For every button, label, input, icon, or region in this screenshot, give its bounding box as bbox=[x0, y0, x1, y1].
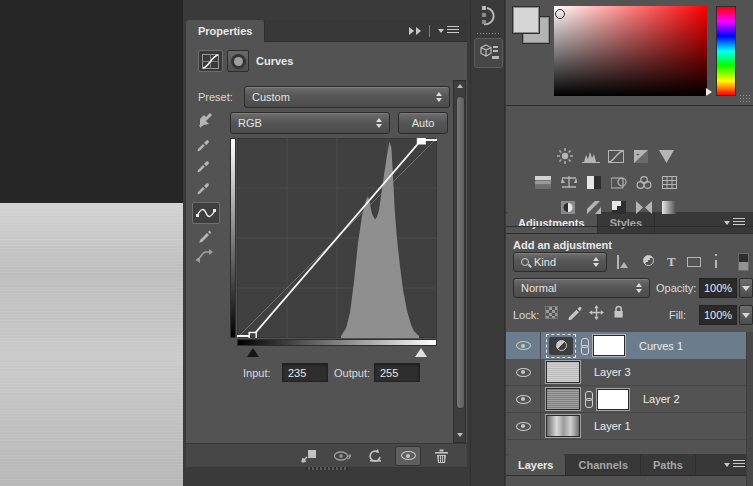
panel-drag-grip[interactable] bbox=[306, 467, 348, 470]
lock-all-icon[interactable] bbox=[613, 305, 624, 321]
adjustment-thumbnail-selection bbox=[546, 334, 576, 358]
output-value-field[interactable] bbox=[374, 363, 420, 382]
layer-mask-thumbnail[interactable] bbox=[593, 335, 625, 356]
levels-icon[interactable] bbox=[582, 149, 600, 163]
smooth-curve-icon[interactable] bbox=[194, 249, 214, 263]
opacity-dropdown-icon[interactable] bbox=[739, 278, 753, 298]
layer-thumbnail[interactable] bbox=[546, 388, 580, 410]
edit-points-tool-button[interactable] bbox=[192, 202, 220, 224]
posterize-icon[interactable] bbox=[585, 200, 603, 214]
curves-adjustment-icon[interactable] bbox=[198, 50, 223, 72]
threshold-icon[interactable] bbox=[610, 200, 628, 214]
3d-panel-icon[interactable] bbox=[474, 38, 503, 68]
selective-color-icon[interactable] bbox=[660, 200, 678, 214]
filter-smart-objects-icon[interactable] bbox=[715, 254, 717, 268]
auto-button[interactable]: Auto bbox=[398, 112, 448, 134]
clip-to-layer-icon[interactable] bbox=[296, 446, 322, 466]
tab-properties[interactable]: Properties bbox=[186, 20, 265, 42]
mask-link-icon[interactable] bbox=[580, 338, 589, 354]
tab-paths[interactable]: Paths bbox=[641, 454, 696, 475]
panel-menu-icon[interactable] bbox=[438, 26, 459, 35]
black-white-icon[interactable] bbox=[585, 175, 603, 189]
layer-thumbnail[interactable] bbox=[546, 361, 580, 383]
opacity-value-field[interactable]: 100% bbox=[699, 278, 737, 298]
visibility-cell[interactable] bbox=[506, 413, 541, 440]
panel-menu-icon[interactable] bbox=[724, 460, 745, 469]
layer-filter-dropdown[interactable]: Kind bbox=[513, 252, 607, 272]
delete-adjustment-icon[interactable] bbox=[428, 446, 454, 466]
gradient-map-icon[interactable] bbox=[635, 200, 653, 214]
curves-adjustment-thumbnail[interactable] bbox=[549, 337, 573, 355]
highlight-input-slider[interactable] bbox=[415, 348, 427, 357]
color-lookup-icon[interactable] bbox=[660, 175, 678, 189]
layer-name[interactable]: Layer 1 bbox=[594, 420, 631, 432]
layer-row-layer-2[interactable]: Layer 2 bbox=[506, 386, 746, 413]
vibrance-icon[interactable] bbox=[657, 149, 675, 163]
hue-saturation-icon[interactable] bbox=[534, 175, 552, 189]
foreground-color-swatch[interactable] bbox=[513, 7, 539, 33]
properties-scrollbar[interactable] bbox=[453, 80, 466, 443]
visibility-cell[interactable] bbox=[506, 332, 541, 359]
history-panel-icon[interactable] bbox=[478, 4, 500, 28]
layer-thumbnail[interactable] bbox=[546, 415, 580, 437]
layer-mask-thumbnail[interactable] bbox=[597, 389, 629, 410]
curve-black-point[interactable] bbox=[249, 333, 256, 339]
shadow-input-slider[interactable] bbox=[247, 348, 259, 357]
exposure-icon[interactable]: + bbox=[632, 149, 650, 163]
color-picker-marker[interactable] bbox=[555, 9, 565, 19]
scroll-down-icon[interactable] bbox=[457, 433, 463, 437]
layer-row-layer-3[interactable]: Layer 3 bbox=[506, 359, 746, 386]
filter-type-layers-icon[interactable]: T bbox=[667, 254, 676, 270]
filter-shape-layers-icon[interactable] bbox=[687, 257, 701, 267]
layer-row-layer-1[interactable]: Layer 1 bbox=[506, 413, 746, 440]
scrollbar-thumb[interactable] bbox=[456, 96, 465, 409]
color-panel-resize-grip[interactable] bbox=[739, 94, 751, 103]
targeted-adjustment-tool-icon[interactable] bbox=[196, 110, 216, 132]
curves-graph[interactable] bbox=[237, 138, 437, 338]
layer-name[interactable]: Layer 2 bbox=[643, 393, 680, 405]
white-point-eyedropper-icon[interactable] bbox=[196, 180, 211, 195]
lock-transparency-icon[interactable] bbox=[545, 306, 558, 319]
mask-link-icon[interactable] bbox=[584, 391, 593, 407]
reset-icon[interactable] bbox=[362, 446, 388, 466]
scroll-up-icon[interactable] bbox=[457, 84, 463, 88]
blend-mode-dropdown[interactable]: Normal bbox=[513, 278, 650, 298]
fill-dropdown-icon[interactable] bbox=[739, 305, 753, 325]
dock-drag-grip[interactable] bbox=[476, 32, 500, 35]
filter-toggle-switch[interactable] bbox=[738, 253, 749, 271]
filter-pixel-layers-icon[interactable] bbox=[617, 255, 619, 269]
collapse-to-icons-icon[interactable] bbox=[409, 27, 421, 35]
saturation-brightness-field[interactable] bbox=[554, 6, 707, 96]
hue-marker-icon[interactable] bbox=[706, 88, 712, 96]
layers-scrollbar-track[interactable] bbox=[746, 332, 753, 486]
invert-icon[interactable] bbox=[559, 200, 577, 214]
brightness-contrast-icon[interactable] bbox=[556, 149, 574, 163]
toggle-previous-state-icon[interactable] bbox=[329, 446, 355, 466]
document-canvas[interactable] bbox=[0, 0, 183, 486]
visibility-cell[interactable] bbox=[506, 359, 541, 386]
layer-name[interactable]: Curves 1 bbox=[639, 340, 683, 352]
channel-dropdown[interactable]: RGB bbox=[230, 112, 390, 134]
input-value-field[interactable] bbox=[282, 363, 328, 382]
layer-row-curves-1[interactable]: Curves 1 bbox=[506, 332, 746, 359]
black-point-eyedropper-icon[interactable] bbox=[196, 137, 211, 152]
layer-name[interactable]: Layer 3 bbox=[594, 366, 631, 378]
channel-mixer-icon[interactable] bbox=[635, 175, 653, 189]
photo-filter-icon[interactable] bbox=[610, 175, 628, 189]
hue-strip[interactable] bbox=[716, 6, 736, 96]
tab-channels[interactable]: Channels bbox=[566, 454, 641, 475]
color-balance-icon[interactable] bbox=[560, 175, 578, 189]
visibility-toggle-icon[interactable] bbox=[395, 446, 421, 466]
gray-point-eyedropper-icon[interactable] bbox=[196, 158, 211, 173]
fill-value-field[interactable]: 100% bbox=[699, 305, 737, 325]
curve-white-point[interactable] bbox=[417, 138, 425, 144]
curves-icon[interactable] bbox=[607, 149, 625, 163]
pencil-tool-icon[interactable] bbox=[197, 228, 212, 243]
tab-layers[interactable]: Layers bbox=[506, 454, 566, 475]
clip-to-layer-state-button[interactable] bbox=[227, 50, 249, 72]
preset-dropdown[interactable]: Custom bbox=[244, 86, 450, 108]
visibility-cell[interactable] bbox=[506, 386, 541, 413]
lock-pixels-icon[interactable] bbox=[567, 305, 582, 322]
lock-position-icon[interactable] bbox=[589, 305, 604, 322]
filter-adjustment-layers-icon[interactable] bbox=[643, 255, 654, 266]
